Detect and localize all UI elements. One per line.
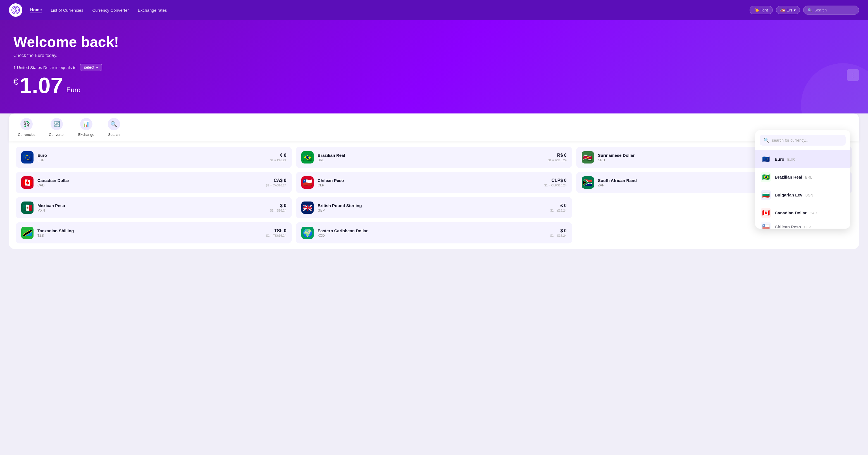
language-selector-button[interactable]: 🇺🇸 EN ▾ <box>776 6 800 14</box>
nav-right: ☀️ light 🇺🇸 EN ▾ 🔍 <box>750 6 859 15</box>
dropdown-search-section: 🔍 <box>755 130 850 150</box>
hero-title: Welcome back! <box>13 33 855 50</box>
eur-card-info: Euro EUR <box>37 153 266 162</box>
sun-icon: ☀️ <box>754 8 759 12</box>
us-flag-icon: 🇺🇸 <box>780 8 785 12</box>
dropdown-search-input[interactable] <box>772 138 842 143</box>
tabs-bar: 💱 Currencies 🔄 Cunverter 📊 Exchange 🔍 Se… <box>9 113 859 141</box>
currency-grid: 🇪🇺 Euro EUR € 0 $1 = €16.24 🇧🇷 Brazilian… <box>9 141 859 249</box>
gbp-card-info: British Pound Sterling GBP <box>317 203 546 212</box>
xcd-flag-card: 🌍 <box>301 227 314 239</box>
select-chevron-icon: ▾ <box>96 65 98 69</box>
srd-flag-card: 🇸🇷 <box>582 151 594 164</box>
brl-card-amount: R$ 0 <box>548 153 566 158</box>
clp-card-code: CLP <box>317 183 540 187</box>
zar-flag-card: 🇿🇦 <box>582 176 594 189</box>
dropdown-item-eur[interactable]: 🇪🇺 Euro EUR <box>755 150 850 168</box>
gbp-flag-card: 🇬🇧 <box>301 201 314 214</box>
tzs-card-amount: TSh 0 <box>266 228 286 233</box>
currency-card-xcd[interactable]: 🌍 Eastern Caribbean Dollar XCD $ 0 $1 = … <box>296 222 572 244</box>
cad-flag-card: 🇨🇦 <box>21 176 33 189</box>
dropdown-item-clp-partial[interactable]: 🇨🇱 Chilean Peso CLP <box>755 222 850 229</box>
gbp-card-rate: $1 = £16.24 <box>550 209 566 212</box>
currency-card-brl[interactable]: 🇧🇷 Brazilian Real BRL R$ 0 $1 = R$16.24 <box>296 147 572 168</box>
xcd-card-values: $ 0 $1 = $16.24 <box>550 228 566 237</box>
tzs-card-values: TSh 0 $1 = TSh16.24 <box>266 228 286 237</box>
eur-code: EUR <box>787 158 795 162</box>
eur-card-rate: $1 = €16.24 <box>270 159 286 162</box>
dropdown-item-brl[interactable]: 🇧🇷 Brazilian Real BRL <box>755 168 850 186</box>
currency-card-eur[interactable]: 🇪🇺 Euro EUR € 0 $1 = €16.24 <box>16 147 292 168</box>
currency-card-gbp[interactable]: 🇬🇧 British Pound Sterling GBP £ 0 $1 = £… <box>296 197 572 218</box>
dropdown-search-inner: 🔍 <box>760 135 846 146</box>
dropdown-list: 🇪🇺 Euro EUR 🇧🇷 Brazilian Real BRL <box>755 150 850 229</box>
tzs-card-info: Tanzanian Shilling TZS <box>37 228 262 237</box>
navbar: $ Home List of Currencies Currency Conve… <box>0 0 868 20</box>
eur-flag: 🇪🇺 <box>761 154 771 164</box>
mxn-card-code: MXN <box>37 208 266 212</box>
dropdown-item-cad[interactable]: 🇨🇦 Canadian Dollar CAD <box>755 204 850 222</box>
exchange-tab-label: Exchange <box>78 133 94 137</box>
mxn-flag-card: 🇲🇽 <box>21 201 33 214</box>
app-logo[interactable]: $ <box>9 3 22 17</box>
converter-tab-icon: 🔄 <box>51 118 63 130</box>
xcd-card-amount: $ 0 <box>550 228 566 233</box>
eur-card-amount: € 0 <box>270 153 286 158</box>
brl-card-code: BRL <box>317 158 544 162</box>
search-input[interactable] <box>814 8 854 12</box>
hero-rate-row: 1 United States Dollar is equals to sele… <box>13 64 855 71</box>
nav-links: Home List of Currencies Currency Convert… <box>30 7 750 13</box>
brl-flag-card: 🇧🇷 <box>301 151 314 164</box>
dropdown-item-bgn[interactable]: 🇧🇬 Bulgarian Lev BGN <box>755 186 850 204</box>
theme-toggle-button[interactable]: ☀️ light <box>750 6 773 14</box>
bgn-flag: 🇧🇬 <box>761 190 771 200</box>
tab-converter[interactable]: 🔄 Cunverter <box>49 118 65 137</box>
eur-card-name: Euro <box>37 153 266 158</box>
currency-card-cad[interactable]: 🇨🇦 Canadian Dollar CAD CA$ 0 $1 = CA$16.… <box>16 172 292 193</box>
currency-card-mxn[interactable]: 🇲🇽 Mexican Peso MXN $ 0 $1 = $16.24 <box>16 197 292 218</box>
currency-card-tzs[interactable]: 🇹🇿 Tanzanian Shilling TZS TSh 0 $1 = TSh… <box>16 222 292 244</box>
tab-exchange[interactable]: 📊 Exchange <box>78 118 94 137</box>
nav-exchange-rates[interactable]: Exchange rates <box>138 8 167 12</box>
search-bar[interactable]: 🔍 <box>803 6 859 15</box>
hero-amount: € 1.07 Euro <box>13 74 855 97</box>
currency-select-button[interactable]: select ▾ <box>80 64 102 71</box>
hero-rate-text: 1 United States Dollar is equals to <box>13 65 76 70</box>
tab-search[interactable]: 🔍 Search <box>108 118 120 137</box>
xcd-card-code: XCD <box>317 234 546 237</box>
bgn-code: BGN <box>805 193 813 197</box>
tab-currencies[interactable]: 💱 Currencies <box>18 118 35 137</box>
search-tab-icon: 🔍 <box>108 118 120 130</box>
eur-card-code: EUR <box>37 158 266 162</box>
nav-home[interactable]: Home <box>30 7 42 13</box>
nav-currency-converter[interactable]: Currency Converter <box>92 8 129 12</box>
bgn-name: Bulgarian Lev <box>775 193 802 197</box>
cad-card-amount: CA$ 0 <box>266 178 286 183</box>
clp-card-amount: CLP$ 0 <box>544 178 567 183</box>
tzs-card-rate: $1 = TSh16.24 <box>266 234 286 237</box>
cad-name: Canadian Dollar <box>775 210 807 215</box>
tzs-card-code: TZS <box>37 234 262 237</box>
currencies-tab-label: Currencies <box>18 133 35 137</box>
brl-card-info: Brazilian Real BRL <box>317 153 544 162</box>
clp-flag: 🇨🇱 <box>761 222 771 229</box>
cad-card-info: Canadian Dollar CAD <box>37 178 262 187</box>
hero-menu-button[interactable]: ⋮ <box>847 69 859 81</box>
lang-label: EN <box>787 8 792 12</box>
brl-code: BRL <box>805 175 812 179</box>
currency-card-clp[interactable]: 🇨🇱 Chilean Peso CLP CLP$ 0 $1 = CLP$16.2… <box>296 172 572 193</box>
clp-card-rate: $1 = CLP$16.24 <box>544 183 567 187</box>
tzs-card-name: Tanzanian Shilling <box>37 228 262 233</box>
clp-card-values: CLP$ 0 $1 = CLP$16.24 <box>544 178 567 187</box>
chevron-down-icon: ▾ <box>794 8 796 12</box>
cad-flag: 🇨🇦 <box>761 208 771 218</box>
eur-flag-card: 🇪🇺 <box>21 151 33 164</box>
search-tab-label: Search <box>108 133 120 137</box>
mxn-card-values: $ 0 $1 = $16.24 <box>270 203 286 212</box>
select-label: select <box>84 65 94 69</box>
nav-list-currencies[interactable]: List of Currencies <box>51 8 84 12</box>
bgn-info: Bulgarian Lev BGN <box>775 193 813 198</box>
search-icon: 🔍 <box>807 8 812 12</box>
clp-code: CLP <box>804 225 811 229</box>
main-content: 🔍 🇪🇺 Euro EUR 🇧🇷 Brazilian <box>0 113 868 262</box>
